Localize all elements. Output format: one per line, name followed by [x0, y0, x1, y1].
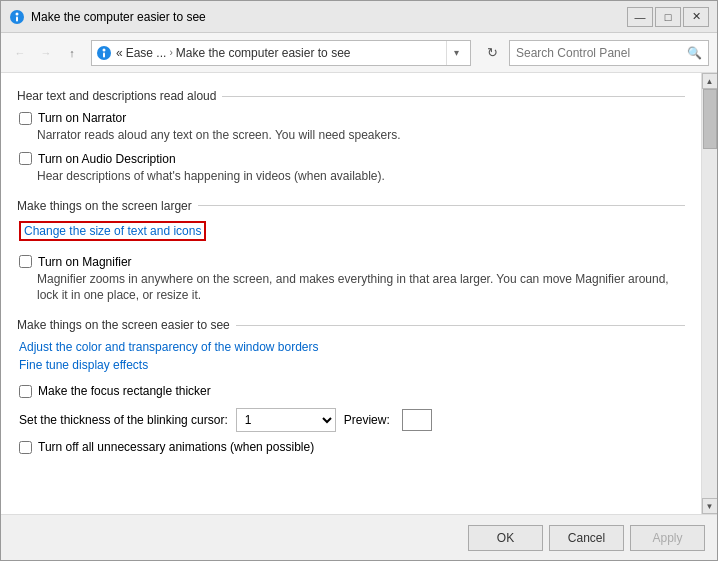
svg-rect-5: [103, 52, 105, 57]
easier-see-section: Make things on the screen easier to see …: [17, 318, 685, 454]
apply-button[interactable]: Apply: [630, 525, 705, 551]
narrator-row: Turn on Narrator: [19, 111, 685, 125]
window-controls: — □ ✕: [627, 7, 709, 27]
svg-point-1: [16, 12, 19, 15]
animations-row: Turn off all unnecessary animations (whe…: [19, 440, 685, 454]
color-transparency-link[interactable]: Adjust the color and transparency of the…: [19, 340, 319, 354]
scroll-thumb[interactable]: [703, 89, 717, 149]
refresh-button[interactable]: ↻: [479, 40, 505, 66]
animations-label: Turn off all unnecessary animations (whe…: [38, 440, 314, 454]
search-bar: 🔍: [509, 40, 709, 66]
address-part-1: «: [116, 46, 123, 60]
audio-desc-row: Turn on Audio Description: [19, 152, 685, 166]
svg-rect-2: [16, 16, 18, 21]
easier-see-title: Make things on the screen easier to see: [17, 318, 685, 332]
address-bar: « Ease ... › Make the computer easier to…: [91, 40, 471, 66]
change-size-link[interactable]: Change the size of text and icons: [19, 221, 206, 241]
search-icon: 🔍: [687, 46, 702, 60]
address-ease: Ease ...: [126, 46, 167, 60]
magnifier-label: Turn on Magnifier: [38, 255, 132, 269]
magnifier-checkbox[interactable]: [19, 255, 32, 268]
audio-desc-checkbox[interactable]: [19, 152, 32, 165]
narrator-checkbox[interactable]: [19, 112, 32, 125]
address-icon: [96, 45, 112, 61]
close-button[interactable]: ✕: [683, 7, 709, 27]
hear-text-section: Hear text and descriptions read aloud Tu…: [17, 89, 685, 185]
scroll-track[interactable]: [702, 89, 718, 498]
magnifier-desc: Magnifier zooms in anywhere on the scree…: [37, 271, 685, 305]
window-icon: [9, 9, 25, 25]
address-path: « Ease ... › Make the computer easier to…: [116, 46, 442, 60]
cancel-button[interactable]: Cancel: [549, 525, 624, 551]
preview-label: Preview:: [344, 413, 390, 427]
navigation-bar: ← → ↑ « Ease ... › Make the computer eas…: [1, 33, 717, 73]
magnifier-row: Turn on Magnifier: [19, 255, 685, 269]
maximize-button[interactable]: □: [655, 7, 681, 27]
make-larger-title: Make things on the screen larger: [17, 199, 685, 213]
cursor-thickness-label: Set the thickness of the blinking cursor…: [19, 413, 228, 427]
address-current: Make the computer easier to see: [176, 46, 351, 60]
scroll-down-button[interactable]: ▼: [702, 498, 718, 514]
audio-desc-label: Turn on Audio Description: [38, 152, 176, 166]
audio-desc-text: Hear descriptions of what's happening in…: [37, 168, 685, 185]
scrollbar: ▲ ▼: [701, 73, 717, 514]
animations-checkbox[interactable]: [19, 441, 32, 454]
make-larger-section: Make things on the screen larger Change …: [17, 199, 685, 305]
cursor-thickness-row: Set the thickness of the blinking cursor…: [19, 408, 685, 432]
window-title: Make the computer easier to see: [31, 10, 627, 24]
narrator-label: Turn on Narrator: [38, 111, 126, 125]
up-button[interactable]: ↑: [61, 42, 83, 64]
content-area: Hear text and descriptions read aloud Tu…: [1, 73, 717, 514]
minimize-button[interactable]: —: [627, 7, 653, 27]
cursor-preview-box: [402, 409, 432, 431]
main-content: Hear text and descriptions read aloud Tu…: [1, 73, 701, 514]
svg-point-4: [103, 48, 106, 51]
focus-rect-label: Make the focus rectangle thicker: [38, 384, 211, 398]
main-window: Make the computer easier to see — □ ✕ ← …: [0, 0, 718, 561]
narrator-desc: Narrator reads aloud any text on the scr…: [37, 127, 685, 144]
title-bar: Make the computer easier to see — □ ✕: [1, 1, 717, 33]
scroll-up-button[interactable]: ▲: [702, 73, 718, 89]
hear-text-title: Hear text and descriptions read aloud: [17, 89, 685, 103]
address-separator: ›: [169, 47, 172, 58]
display-effects-link[interactable]: Fine tune display effects: [19, 358, 148, 372]
ok-button[interactable]: OK: [468, 525, 543, 551]
address-dropdown-button[interactable]: ▾: [446, 41, 466, 65]
back-button[interactable]: ←: [9, 42, 31, 64]
bottom-bar: OK Cancel Apply: [1, 514, 717, 560]
forward-button[interactable]: →: [35, 42, 57, 64]
search-input[interactable]: [516, 46, 683, 60]
focus-rect-row: Make the focus rectangle thicker: [19, 384, 685, 398]
focus-rect-checkbox[interactable]: [19, 385, 32, 398]
cursor-thickness-select[interactable]: 1 2 3 4 5: [236, 408, 336, 432]
